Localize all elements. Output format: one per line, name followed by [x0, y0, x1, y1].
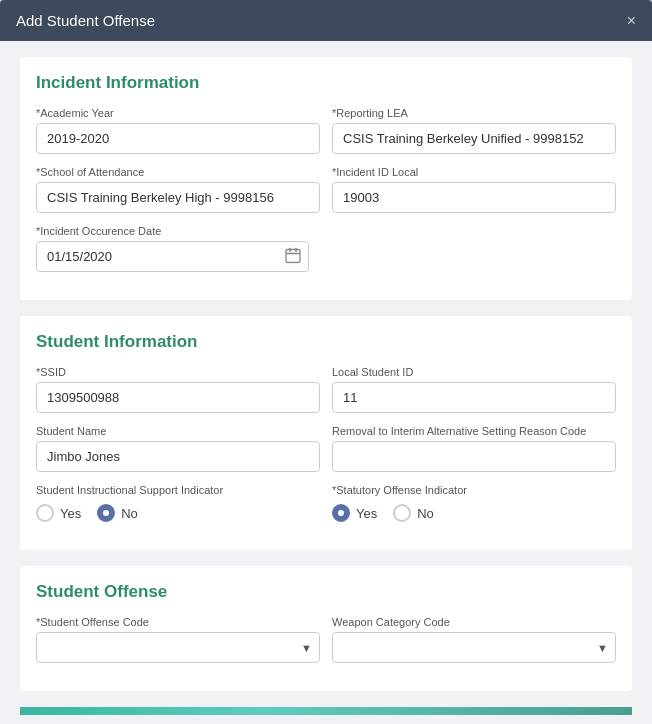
incident-date-label: *Incident Occurence Date — [36, 225, 309, 237]
svg-rect-0 — [286, 249, 300, 262]
statutory-offense-no-option[interactable]: No — [393, 504, 434, 522]
ssid-group: *SSID — [36, 366, 320, 413]
instructional-support-radio-group: Yes No — [36, 504, 320, 522]
statutory-offense-yes-circle — [332, 504, 350, 522]
removal-reason-input[interactable] — [332, 441, 616, 472]
incident-section-title: Incident Information — [36, 73, 616, 93]
weapon-category-label: Weapon Category Code — [332, 616, 616, 628]
removal-reason-group: Removal to Interim Alternative Setting R… — [332, 425, 616, 472]
add-student-offense-modal: Add Student Offense × Incident Informati… — [0, 0, 652, 724]
weapon-category-group: Weapon Category Code ▼ — [332, 616, 616, 663]
student-offense-section: Student Offense *Student Offense Code ▼ … — [20, 566, 632, 691]
reporting-lea-group: *Reporting LEA — [332, 107, 616, 154]
weapon-category-select-wrapper: ▼ — [332, 632, 616, 663]
student-section-title: Student Information — [36, 332, 616, 352]
instructional-support-yes-circle — [36, 504, 54, 522]
offense-row-1: *Student Offense Code ▼ Weapon Category … — [36, 616, 616, 663]
ssid-input[interactable] — [36, 382, 320, 413]
teal-accent-bar — [20, 707, 632, 715]
statutory-offense-no-circle — [393, 504, 411, 522]
incident-id-group: *Incident ID Local — [332, 166, 616, 213]
modal-header: Add Student Offense × — [0, 0, 652, 41]
local-student-id-group: Local Student ID — [332, 366, 616, 413]
offense-code-select[interactable] — [36, 632, 320, 663]
incident-date-input[interactable] — [36, 241, 309, 272]
offense-code-label: *Student Offense Code — [36, 616, 320, 628]
instructional-support-label: Student Instructional Support Indicator — [36, 484, 320, 496]
incident-date-group: *Incident Occurence Date — [36, 225, 309, 272]
incident-row-3: *Incident Occurence Date — [36, 225, 616, 272]
reporting-lea-label: *Reporting LEA — [332, 107, 616, 119]
offense-section-title: Student Offense — [36, 582, 616, 602]
calendar-icon[interactable] — [285, 247, 301, 266]
statutory-offense-radio-group: Yes No — [332, 504, 616, 522]
school-attendance-group: *School of Attendance — [36, 166, 320, 213]
instructional-support-group: Student Instructional Support Indicator … — [36, 484, 320, 522]
ssid-label: *SSID — [36, 366, 320, 378]
instructional-support-no-option[interactable]: No — [97, 504, 138, 522]
statutory-offense-no-label: No — [417, 506, 434, 521]
school-attendance-label: *School of Attendance — [36, 166, 320, 178]
incident-information-section: Incident Information *Academic Year *Rep… — [20, 57, 632, 300]
close-button[interactable]: × — [627, 13, 636, 29]
instructional-support-no-label: No — [121, 506, 138, 521]
student-name-input[interactable] — [36, 441, 320, 472]
incident-date-wrapper — [36, 241, 309, 272]
instructional-support-yes-label: Yes — [60, 506, 81, 521]
academic-year-group: *Academic Year — [36, 107, 320, 154]
incident-id-input[interactable] — [332, 182, 616, 213]
student-name-label: Student Name — [36, 425, 320, 437]
reporting-lea-input[interactable] — [332, 123, 616, 154]
statutory-offense-yes-label: Yes — [356, 506, 377, 521]
offense-code-group: *Student Offense Code ▼ — [36, 616, 320, 663]
instructional-support-no-circle — [97, 504, 115, 522]
weapon-category-select[interactable] — [332, 632, 616, 663]
school-attendance-input[interactable] — [36, 182, 320, 213]
instructional-support-yes-option[interactable]: Yes — [36, 504, 81, 522]
academic-year-label: *Academic Year — [36, 107, 320, 119]
student-row-3: Student Instructional Support Indicator … — [36, 484, 616, 522]
incident-row-2: *School of Attendance *Incident ID Local — [36, 166, 616, 213]
local-student-id-input[interactable] — [332, 382, 616, 413]
statutory-offense-group: *Statutory Offense Indicator Yes No — [332, 484, 616, 522]
modal-body: Incident Information *Academic Year *Rep… — [0, 41, 652, 724]
statutory-offense-yes-option[interactable]: Yes — [332, 504, 377, 522]
removal-reason-label: Removal to Interim Alternative Setting R… — [332, 425, 616, 437]
local-student-id-label: Local Student ID — [332, 366, 616, 378]
student-information-section: Student Information *SSID Local Student … — [20, 316, 632, 550]
incident-row-1: *Academic Year *Reporting LEA — [36, 107, 616, 154]
modal-title: Add Student Offense — [16, 12, 155, 29]
offense-code-select-wrapper: ▼ — [36, 632, 320, 663]
statutory-offense-label: *Statutory Offense Indicator — [332, 484, 616, 496]
student-row-1: *SSID Local Student ID — [36, 366, 616, 413]
student-row-2: Student Name Removal to Interim Alternat… — [36, 425, 616, 472]
incident-id-label: *Incident ID Local — [332, 166, 616, 178]
student-name-group: Student Name — [36, 425, 320, 472]
academic-year-input[interactable] — [36, 123, 320, 154]
